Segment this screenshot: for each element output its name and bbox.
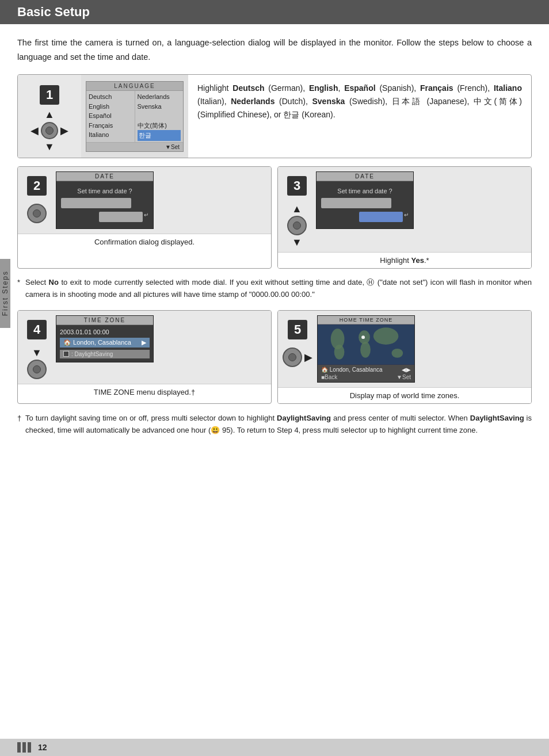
step2-screen-header: DATE xyxy=(56,172,153,181)
step3-selector-group: ▲ ▼ xyxy=(287,204,307,247)
step5-arrow-right: ▶ xyxy=(304,352,312,362)
page-number: 12 xyxy=(38,743,47,752)
map-set: ▼Set xyxy=(396,374,411,380)
map-back: ■Back xyxy=(321,374,337,380)
arrow-left-icon: ◀ xyxy=(30,125,39,136)
step5-nav-row: ■Back ▼Set xyxy=(321,374,411,380)
lang-item: Español xyxy=(89,111,132,121)
header-bar: Basic Setup xyxy=(0,0,549,24)
lang-item: Nederlands xyxy=(138,92,181,102)
step2-box: 2 DATE Set time and date ? ↵ xyxy=(17,166,272,269)
step4-arrow-down: ▼ xyxy=(32,348,42,358)
step2-btn2 xyxy=(99,212,143,222)
step1-screen-header: LANGUAGE xyxy=(86,82,183,91)
footnote2: † To turn daylight saving time on or off… xyxy=(17,412,532,437)
step4-tz-city: 🏠 London, Casablanca ▶ xyxy=(60,338,150,348)
step1-left: 1 ▲ ◀ ▶ ▼ xyxy=(18,75,81,158)
step4-selector-group: ▼ xyxy=(27,348,47,379)
arrow-up-icon: ▲ xyxy=(44,109,55,120)
step5-selector-group: ▶ xyxy=(283,348,312,367)
step5-city-row: 🏠 London, Casablanca ◀▶ xyxy=(321,366,411,373)
step5-selector-inner xyxy=(288,353,296,361)
step1-container: 1 ▲ ◀ ▶ ▼ LANGUAGE xyxy=(17,74,532,158)
step5-caption: Display map of world time zones. xyxy=(278,387,531,403)
step2-inner: 2 DATE Set time and date ? ↵ xyxy=(18,167,271,234)
step4-tz-date: 2003.01.01 00:00 xyxy=(60,329,150,335)
ms-center xyxy=(41,122,58,139)
lang-col-right: Nederlands Svenska 中文(简体) 한글 xyxy=(135,91,184,142)
step3-btn-row: ↵ xyxy=(321,212,409,222)
tz-checkbox xyxy=(63,351,69,357)
lang-item: English xyxy=(89,102,132,112)
step2-caption: Confirmation dialog displayed. xyxy=(18,234,271,250)
step1-screen-footer: ▼Set xyxy=(86,142,183,151)
page-bar-2 xyxy=(22,742,26,753)
lang-item: Svenska xyxy=(138,102,181,112)
footnote2-text: To turn daylight saving time on or off, … xyxy=(25,414,532,434)
step2-controls: 2 xyxy=(22,171,56,223)
step4-caption: TIME ZONE menu displayed.† xyxy=(18,384,271,400)
tz-city-arrow: ▶ xyxy=(142,339,146,346)
step2-screen: DATE Set time and date ? ↵ xyxy=(56,171,154,229)
svg-point-7 xyxy=(361,335,365,339)
step3-inner: 3 ▲ ▼ DATE Set time and date ? xyxy=(278,167,531,252)
step3-screen-header: DATE xyxy=(317,172,413,181)
step1-multi-selector: ▲ ◀ ▶ ▼ xyxy=(30,109,68,152)
page-title: Basic Setup xyxy=(17,5,90,20)
svg-point-6 xyxy=(391,349,403,358)
step2-btn1 xyxy=(61,198,131,208)
step4-tz-daylight: : DaylightSaving xyxy=(60,350,150,358)
footnote2-mark: † xyxy=(17,412,21,424)
step4-number: 4 xyxy=(27,320,47,339)
page-bar-1 xyxy=(17,742,21,753)
lang-col-left: Deutsch English Español Français Italian… xyxy=(86,91,135,142)
step3-screen-body: Set time and date ? ↵ xyxy=(317,181,413,228)
step3-number: 3 xyxy=(287,176,307,196)
step4-screen: TIME ZONE 2003.01.01 00:00 🏠 London, Cas… xyxy=(56,315,154,362)
step3-caption: Highlight Yes.* xyxy=(278,252,531,268)
step5-screen-footer: 🏠 London, Casablanca ◀▶ ■Back ▼Set xyxy=(318,365,414,382)
footnote1-mark: * xyxy=(17,277,20,289)
arrow-right-icon: ▶ xyxy=(60,125,68,136)
tz-city-icon: 🏠 London, Casablanca xyxy=(63,339,131,346)
step3-selector-inner xyxy=(293,222,301,230)
step5-controls: 5 ▶ xyxy=(283,315,317,367)
step3-controls: 3 ▲ ▼ xyxy=(283,171,316,247)
page-bars xyxy=(17,742,31,753)
step3-selector xyxy=(287,216,307,235)
step5-screen-header: HOME TIME ZONE xyxy=(318,316,414,324)
step2-btn-row: ↵ xyxy=(61,212,148,222)
page: First Steps Basic Setup The first time t… xyxy=(0,0,549,756)
step1-screen: LANGUAGE Deutsch English Español Françai… xyxy=(86,81,184,152)
lang-item: Deutsch xyxy=(89,92,132,102)
step5-box: 5 ▶ HOME TIME ZONE xyxy=(277,310,532,404)
step4-selector xyxy=(27,360,47,379)
lang-table: Deutsch English Español Français Italian… xyxy=(86,91,183,142)
svg-point-4 xyxy=(360,342,371,358)
step5-number: 5 xyxy=(288,320,307,339)
step2-number: 2 xyxy=(27,176,47,196)
arrow-down-icon: ▼ xyxy=(44,142,55,152)
lang-item: 中文(简体) xyxy=(138,121,181,131)
map-city-icon: 🏠 London, Casablanca xyxy=(321,366,383,373)
main-content: The first time the camera is turned on, … xyxy=(0,24,549,739)
step2-selector-inner xyxy=(33,209,41,217)
step3-screen: DATE Set time and date ? ↵ xyxy=(316,171,414,229)
map-arrow: ◀▶ xyxy=(402,366,411,373)
world-map-svg xyxy=(318,324,414,365)
steps-row-2: 2 DATE Set time and date ? ↵ xyxy=(17,166,532,269)
footnote1-text: Select No to exit to mode currently sele… xyxy=(25,278,532,299)
sidebar-tab: First Steps xyxy=(0,259,10,328)
step4-box: 4 ▼ TIME ZONE 2003.01.01 00:00 xyxy=(17,310,272,404)
lang-item: Italiano xyxy=(89,130,132,140)
step3-btn2-highlighted xyxy=(359,212,403,222)
step4-selector-inner xyxy=(33,365,41,373)
page-footer: 12 xyxy=(0,739,549,756)
lang-item: Français xyxy=(89,121,132,131)
step4-controls: 4 ▼ xyxy=(22,315,56,379)
page-bar-3 xyxy=(28,742,31,753)
svg-point-5 xyxy=(373,327,398,345)
tz-daylight-text: : DaylightSaving xyxy=(71,351,113,357)
step2-selector xyxy=(27,204,47,223)
ms-center-inner xyxy=(45,127,54,135)
